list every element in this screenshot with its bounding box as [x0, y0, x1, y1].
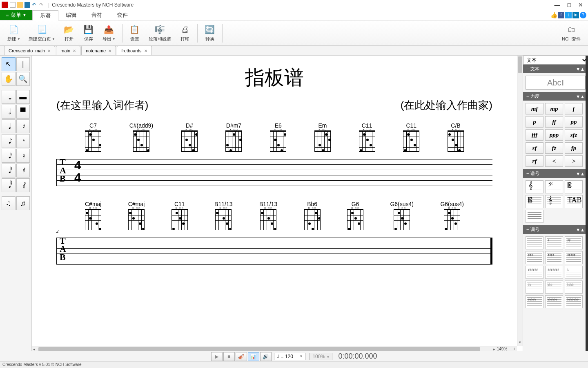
chord-diagram[interactable]: G6× ○○	[347, 201, 363, 230]
key-signature-10[interactable]: ♭♭♭	[545, 280, 563, 294]
sound-button[interactable]: 🔊	[260, 352, 272, 361]
ribbon-staves[interactable]: 🎼 段落和线谱	[149, 24, 171, 42]
ribbon-export[interactable]: 📤 导出▼	[102, 24, 116, 42]
thumbsup-icon[interactable]: 👍	[550, 12, 557, 18]
key-signature-6[interactable]: ♯♯♯♯♯♯	[526, 266, 543, 279]
lyricist-field[interactable]: (在这里输入词作者)	[56, 98, 148, 112]
key-signature-1[interactable]: ♯	[545, 236, 563, 249]
key-signature-13[interactable]: ♭♭♭♭♭♭	[545, 295, 563, 308]
key-signature-8[interactable]: ♭	[565, 266, 583, 279]
chord-diagram[interactable]: C11× ○○	[172, 201, 188, 230]
tab-staff-2[interactable]: 2 TAB	[56, 234, 492, 269]
insert-text-button[interactable]: AbcI	[526, 76, 586, 90]
scroll-thumb[interactable]	[518, 56, 522, 73]
clef-button-0[interactable]: 𝄞	[526, 180, 543, 193]
close-icon[interactable]: ✕	[144, 49, 147, 53]
dynamic-mp[interactable]: mp	[545, 103, 563, 114]
doctab-notename[interactable]: notename✕	[81, 46, 116, 55]
instrument-button[interactable]: 🎻	[236, 352, 247, 361]
chord-diagram[interactable]: C11× ○○	[403, 122, 419, 152]
tool-64th-note[interactable]: 𝅘𝅥𝅱	[2, 178, 16, 192]
close-icon[interactable]: ✕	[108, 49, 111, 53]
playback-speed[interactable]: 100% ▼	[310, 353, 332, 360]
scroll-down-icon[interactable]: ▾	[517, 340, 523, 346]
tool-64th-rest[interactable]: 𝅁	[16, 178, 30, 192]
tab-score[interactable]: 乐谱	[32, 10, 58, 20]
key-signature-11[interactable]: ♭♭♭♭	[565, 280, 583, 294]
chord-diagram[interactable]: C#(add9)× ○○	[129, 122, 153, 152]
dynamic-fp[interactable]: fp	[565, 142, 583, 154]
dynamic-fz[interactable]: fz	[545, 142, 563, 154]
tool-sixteenth-rest[interactable]: 𝄿	[16, 149, 30, 163]
close-button[interactable]: ✕	[578, 2, 583, 8]
stop-button[interactable]: ■	[223, 352, 235, 361]
tool-text-cursor[interactable]: |	[16, 57, 30, 71]
tab-suite[interactable]: 套件	[110, 10, 136, 20]
tool-beam2[interactable]: ♬	[16, 196, 30, 210]
key-signature-14[interactable]: ♭♭♭♭♭♭♭	[565, 295, 583, 308]
dynamic-pp[interactable]: pp	[565, 116, 583, 128]
tool-eighth-note[interactable]: 𝅘𝅥𝅮	[2, 134, 16, 148]
dynamic-sfz[interactable]: sfz	[565, 129, 583, 141]
ribbon-new-blank[interactable]: 📃 新建空白页▼	[29, 24, 55, 42]
tool-quarter-rest[interactable]: 𝄽	[16, 119, 30, 133]
qat-save-icon[interactable]	[24, 2, 30, 8]
ribbon-new[interactable]: 📄 新建▼	[7, 24, 20, 42]
panel-selector[interactable]: 文本	[523, 56, 588, 65]
tool-select[interactable]: ↖	[2, 57, 16, 71]
tempo-field[interactable]: ♩ ▼	[274, 353, 306, 360]
dynamic-rf[interactable]: rf	[526, 155, 543, 167]
ribbon-save[interactable]: 💾 保存	[83, 24, 94, 42]
chevron-down-icon[interactable]: ▼	[300, 355, 303, 358]
tool-whole-note[interactable]: 𝅝	[2, 90, 16, 104]
chord-diagram[interactable]: G6(sus4)× ○○	[440, 201, 464, 230]
key-signature-7[interactable]: ♯♯♯♯♯♯♯	[545, 266, 563, 279]
qat-open-icon[interactable]	[17, 2, 23, 8]
linkedin-icon[interactable]: in	[572, 12, 579, 18]
chord-diagram[interactable]: B11/13× ○○	[259, 201, 277, 230]
ribbon-nch-suite[interactable]: 🗂 NCH套件	[562, 24, 581, 42]
composer-field[interactable]: (在此处输入作曲家)	[401, 98, 492, 112]
qat-undo-icon[interactable]: ↶	[32, 2, 38, 8]
dynamic-p[interactable]: p	[526, 116, 543, 128]
tool-quarter-note[interactable]: 𝅘𝅥	[2, 119, 16, 133]
ribbon-print[interactable]: 🖨 打印	[179, 24, 191, 42]
time-signature[interactable]: 4 4	[74, 159, 81, 184]
tempo-input[interactable]	[281, 354, 298, 359]
chord-diagram[interactable]: G6(sus4)× ○○	[390, 201, 414, 230]
qat-redo-icon[interactable]: ↷	[39, 2, 45, 8]
tool-half-rest[interactable]: ▀	[16, 105, 30, 119]
scroll-right-icon[interactable]: ▸	[493, 347, 495, 351]
tool-eighth-rest[interactable]: 𝄾	[16, 134, 30, 148]
zoom-in-button[interactable]: +	[513, 347, 515, 351]
main-menu-button[interactable]: ≡ 菜单 ▼	[0, 10, 32, 20]
tool-zoom[interactable]: 🔍	[16, 72, 30, 86]
help-icon[interactable]: ?	[580, 12, 586, 18]
key-signature-5[interactable]: ♯♯♯♯♯	[565, 251, 583, 264]
tab-staff-1[interactable]: TAB 4 4	[56, 156, 492, 190]
tool-sixteenth-note[interactable]: 𝅘𝅥𝅯	[2, 149, 16, 163]
minimize-button[interactable]: —	[555, 2, 560, 8]
tool-whole-rest[interactable]: ▬	[16, 90, 30, 104]
tool-beam1[interactable]: ♫	[2, 196, 16, 210]
clef-button-2[interactable]: 𝄡	[565, 180, 583, 193]
canvas[interactable]: 指板谱 (在这里输入词作者) (在此处输入作曲家) C7× ○○C#(add9)…	[32, 56, 523, 352]
dynamic-decresc[interactable]: >	[565, 155, 583, 167]
close-icon[interactable]: ✕	[47, 49, 51, 53]
scroll-left-icon[interactable]: ◂	[32, 347, 36, 351]
tool-half-note[interactable]: 𝅗𝅥	[2, 105, 16, 119]
key-signature-4[interactable]: ♯♯♯♯	[545, 251, 563, 264]
dynamic-sf[interactable]: sf	[526, 142, 543, 154]
section-dynamics-header[interactable]: −力度 ▼▲	[523, 92, 588, 101]
section-keys-header[interactable]: −调号 ▼▲	[523, 225, 588, 234]
clef-button-6[interactable]	[526, 210, 543, 223]
chord-diagram[interactable]: C#maj× ○○	[128, 201, 145, 230]
tool-32nd-rest[interactable]: 𝅀	[16, 164, 30, 177]
maximize-button[interactable]: □	[568, 2, 571, 8]
qat-new-icon[interactable]	[10, 2, 16, 8]
chord-diagram[interactable]: C11× ○○	[359, 122, 375, 152]
dynamic-ff[interactable]: ff	[545, 116, 563, 128]
chord-diagram[interactable]: Bb6× ○○	[304, 201, 321, 230]
dynamic-mf[interactable]: mf	[526, 103, 543, 114]
ribbon-open[interactable]: 📂 打开	[63, 24, 75, 42]
